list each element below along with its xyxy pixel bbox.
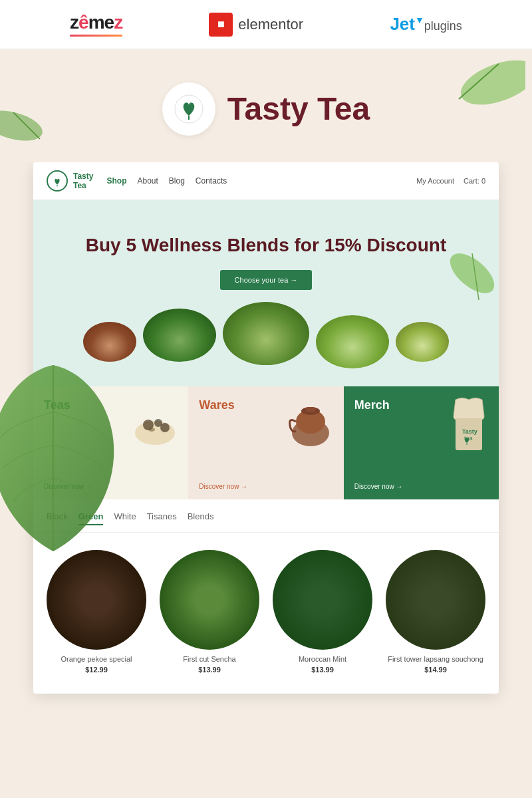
svg-rect-17 — [306, 407, 315, 412]
site-logo-icon — [47, 170, 68, 192]
decorative-leaf-left — [0, 102, 53, 152]
banner-leaf-right — [439, 240, 499, 323]
svg-point-13 — [148, 428, 155, 432]
wares-art — [281, 396, 337, 453]
category-teas[interactable]: Teas Discover now → — [33, 386, 188, 499]
product-price: $13.99 — [160, 666, 259, 674]
category-merch[interactable]: Merch Tasty tea Discover now → — [344, 386, 499, 499]
product-image — [47, 550, 146, 650]
site-logo: TastyTea — [47, 170, 93, 192]
teas-art — [128, 400, 182, 453]
brand-title: Tasty Tea — [227, 92, 370, 127]
nav-about[interactable]: About — [137, 176, 158, 186]
tab-green[interactable]: Green — [78, 511, 104, 525]
product-card: Orange pekoe special $12.99 — [40, 543, 153, 680]
product-price: $12.99 — [47, 666, 146, 674]
tab-tisanes[interactable]: Tisanes — [147, 511, 177, 525]
site-nav: TastyTea Shop About Blog Contacts My Acc… — [33, 162, 499, 200]
tea-pile-5 — [396, 322, 449, 362]
jet-text: Jet — [390, 14, 415, 34]
hero-brand-inner: Tasty Tea — [162, 82, 370, 136]
nav-shop[interactable]: Shop — [106, 176, 126, 186]
zemes-logo: zêmez — [70, 12, 122, 37]
elementor-text: elementor — [238, 16, 303, 33]
site-nav-right: My Account Cart: 0 — [416, 177, 485, 185]
site-nav-links: Shop About Blog Contacts — [106, 176, 416, 186]
product-name: First tower lapsang souchong — [386, 655, 485, 663]
brand-bar: zêmez ■ elementor Jet▼plugins — [0, 0, 532, 49]
plugins-text: plugins — [424, 19, 462, 33]
site-logo-text: TastyTea — [73, 172, 93, 191]
wares-discover-link[interactable]: Discover now → — [199, 483, 247, 490]
tab-blends[interactable]: Blends — [188, 511, 214, 525]
tea-pile-1 — [83, 322, 136, 362]
hero-banner-title: Buy 5 Wellness Blends for 15% Discount — [53, 233, 479, 257]
product-tabs: Black Green White Tisanes Blends — [33, 499, 499, 533]
nav-blog[interactable]: Blog — [169, 176, 185, 186]
hero-banner: Buy 5 Wellness Blends for 15% Discount C… — [33, 200, 499, 386]
product-name: Orange pekoe special — [47, 655, 146, 663]
elementor-icon: ■ — [209, 13, 233, 37]
tea-pile-2 — [143, 309, 216, 362]
product-price: $13.99 — [273, 666, 372, 674]
svg-point-2 — [0, 105, 46, 146]
tab-black[interactable]: Black — [47, 511, 68, 525]
svg-point-7 — [444, 246, 499, 301]
category-section: Teas Discover now → Wares — [33, 386, 499, 499]
tea-piles — [53, 309, 479, 368]
hero-brand-section: Tasty Tea — [0, 49, 532, 162]
svg-point-0 — [455, 56, 525, 114]
decorative-leaf-right — [439, 56, 525, 125]
merch-art: Tasty tea — [446, 396, 492, 456]
product-image — [386, 550, 485, 650]
product-image — [273, 550, 372, 650]
teas-discover-link[interactable]: Discover now → — [44, 483, 92, 490]
choose-tea-button[interactable]: Choose your tea → — [220, 270, 313, 290]
nav-contacts[interactable]: Contacts — [196, 176, 227, 186]
product-card: First cut Sencha $13.99 — [153, 543, 266, 680]
product-name: First cut Sencha — [160, 655, 259, 663]
tea-pile-3 — [223, 302, 309, 365]
jet-logo: Jet▼plugins — [390, 14, 462, 35]
site-mockup: TastyTea Shop About Blog Contacts My Acc… — [33, 162, 499, 694]
product-grid: Orange pekoe special $12.99 First cut Se… — [33, 533, 499, 694]
cart-link[interactable]: Cart: 0 — [464, 177, 485, 185]
merch-discover-link[interactable]: Discover now → — [354, 483, 403, 490]
elementor-logo: ■ elementor — [209, 13, 303, 37]
svg-point-12 — [160, 423, 170, 432]
product-card: Moroccan Mint $13.99 — [266, 543, 379, 680]
tab-white[interactable]: White — [114, 511, 136, 525]
svg-text:Tasty: Tasty — [462, 428, 477, 435]
product-name: Moroccan Mint — [273, 655, 372, 663]
product-card: First tower lapsang souchong $14.99 — [379, 543, 492, 680]
tea-pile-4 — [316, 315, 389, 368]
product-price: $14.99 — [386, 666, 485, 674]
category-wares[interactable]: Wares Discover now → — [188, 386, 343, 499]
product-image — [160, 550, 259, 650]
my-account-link[interactable]: My Account — [416, 177, 454, 185]
brand-logo-circle — [162, 82, 215, 136]
